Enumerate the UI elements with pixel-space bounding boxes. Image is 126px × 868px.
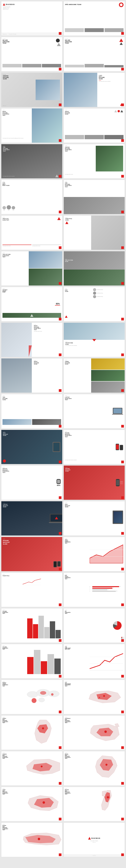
slide-title: RIGHTPICTURESLIDE WITHTEXT xyxy=(34,325,61,330)
slide-label: SLIDE xyxy=(2,574,61,575)
svg-point-14 xyxy=(32,698,36,703)
slide-title: PIESLIDE WITHTEXT xyxy=(65,611,124,614)
svg-point-43 xyxy=(38,838,40,840)
slides-grid: BAKWAN The Best PresentationTemplate For… xyxy=(0,0,126,858)
slide-two-pic: SLIDE TWO PICTURESLIDE xyxy=(64,251,125,286)
slide-title: TWO PICTURESLIDE xyxy=(65,259,73,262)
slide-britain-map: SLIDE BRITAINMAPDIAGRAMSLIDE WITHTEXT xyxy=(64,787,125,822)
slide-right-pic-text2: SLIDE RIGHTPICTURESLIDE WITHTEXT Lorem i… xyxy=(1,322,62,357)
svg-point-36 xyxy=(43,801,45,804)
svg-point-15 xyxy=(40,691,46,695)
slide-title: TWO FLAGSLIDE TEXT xyxy=(2,218,61,221)
slide-title: RIGHTPICTURESLIDE xyxy=(34,361,61,365)
back-cover-tagline: Presentation Template xyxy=(90,840,98,841)
slide-title: OUR BESTDEVICESLIDE xyxy=(2,289,61,293)
slide-canada-map: SLIDE CANADAMAPDIAGRAMSLIDE WITHTEXT xyxy=(1,751,62,786)
slide-one-line-chart: SLIDE ONELINE CHARTWITH TEXT xyxy=(64,644,125,679)
slide-title: IPADMOCKUPSLIDE xyxy=(3,432,8,436)
slide-label: SLIDE xyxy=(2,467,61,468)
slide-title: TWOPICTURESLIDE xyxy=(2,397,61,401)
slide-australia-map: SLIDE AUSTRALIAMAPDIAGRAMSLIDE WITHTEXT xyxy=(64,715,125,750)
slide-three-pic: SLIDE THREEPICTURESLIDE xyxy=(64,358,125,393)
slide-label: SLIDE xyxy=(2,395,61,396)
slide-label: SLIDE xyxy=(2,217,61,218)
slide-title: YOUR TITLE xyxy=(2,575,61,577)
slide-left-picture: SLIDE LEFTPICTURESLIDE Lorem ipsum dolor… xyxy=(64,72,125,107)
slide-we-are-awesome-1: SLIDE WE AREAWESOMETEAM xyxy=(1,37,62,71)
slide-title: ONEPICTURESLIDE WITHTEXT xyxy=(65,182,124,187)
slide-back-cover: BAKWAN Presentation Template bakwan.com … xyxy=(64,823,125,857)
slide-title: SKETCHMOCKUPSLIDE WITHTEXT xyxy=(2,468,61,473)
back-cover-title: BAKWAN xyxy=(91,837,100,839)
slide-we-are-awesome-2: SLIDE WE AREAWESOMETEAM xyxy=(64,37,125,71)
slide-laptop-text: SLIDE LAPTOPSLIDE WITHTEXT xyxy=(64,394,125,429)
slide-label: SLIDE xyxy=(65,431,124,432)
slide-awesome-team: SLIDE ARE AWESOME TEAM xyxy=(64,1,125,36)
slide-best-device: SLIDE OUR BESTDEVICESLIDE 85% xyxy=(1,287,62,321)
svg-point-12 xyxy=(48,691,59,697)
slide-title: CENTERPICTURESLIDE xyxy=(3,75,9,80)
slide-africa-map: SLIDE AFRICAMAPDIAGRAMSLIDE WITHTEXT xyxy=(1,715,62,750)
slide-pie-chart: SLIDE PIESLIDE WITHTEXT 65% 15% 20% xyxy=(64,608,125,643)
slide-label: SLIDE xyxy=(65,181,124,182)
slide-iphone-mockup-text: SLIDE IPHONEMOCKUPSLIDE WITHTEXT Lorem i… xyxy=(64,430,125,464)
svg-point-30 xyxy=(41,766,43,767)
svg-marker-40 xyxy=(102,790,106,796)
slide-one-pic-center: SLIDE ONEPICTURESLIDE WITHTEXT xyxy=(64,180,125,214)
slide-one-pic-text: SLIDE ONEPICTURESLIDE WITHTEXT Lorem ips… xyxy=(1,144,62,179)
slide-iphone-big: SLIDE IPHONEMOCKUPSLIDE xyxy=(1,537,62,571)
slide-label: SLIDE xyxy=(65,38,124,39)
slide-team-title: SLIDE TEAM TITLESLIDE xyxy=(64,215,125,250)
svg-point-33 xyxy=(106,764,108,766)
slide-label: SLIDE xyxy=(2,288,61,289)
slide-title: OURBESTBODY TEAM xyxy=(2,182,61,186)
slide-title: ARE AWESOME TEAM xyxy=(65,4,124,6)
svg-point-39 xyxy=(107,796,109,798)
slide-ipad-mockup: SLIDE IPADMOCKUPSLIDE xyxy=(1,430,62,464)
svg-point-19 xyxy=(103,695,105,697)
slide-title: LEFTPICTURESLIDE xyxy=(99,75,123,80)
slide-two-pic3: SLIDE TWOPICTURESLIDE xyxy=(1,394,62,429)
slide-russia-map: SLIDE RUSSIAMAPDIAGRAMSLIDE WITHTEXT xyxy=(1,823,62,857)
slide-top-picture: SLIDE TOP PICTURESLIDE Lorem ipsum dolor… xyxy=(64,322,125,357)
svg-point-23 xyxy=(42,727,44,729)
slide-title: IPHONEMOCKUPSLIDE WITHTEXT xyxy=(65,432,124,437)
slide-label: SLIDE xyxy=(2,181,61,182)
slide-column2: SLIDE COLUMNSLIDE WITHTEXT xyxy=(1,644,62,679)
slide-right-pic-text: SLIDE RIGHTPICTURESLIDE WITHTEXT Lorem i… xyxy=(1,108,62,143)
slide-iphone-mockup2: SLIDE IPHONEMOCKUPSLIDE Feature 1 Featur… xyxy=(64,465,125,500)
slide-two-pic-text: SLIDE TWO PICTURESLIDE WITHTEXT xyxy=(1,251,62,286)
slide-ipad-mockup2: SLIDE IPADMOCKUPSLIDE xyxy=(64,501,125,536)
slide-your-title: SLIDE YOUR TITLE xyxy=(1,572,62,607)
slide-center-picture: SLIDE CENTERPICTURESLIDE bakwan.com xyxy=(1,72,62,107)
slide-title: LAPTOPSLIDE WITHTEXT xyxy=(65,397,124,401)
slide-title: WE AREAWESOMETEAM xyxy=(65,39,124,44)
svg-point-20 xyxy=(99,697,100,698)
slide-china-map: SLIDE CHINAMAPDIAGRAMSLIDE WITHTEXT xyxy=(1,787,62,822)
cover-tagline: The Best PresentationTemplate For YourBu… xyxy=(3,6,61,10)
slide-bar-chart: SLIDE BARCHARTSLIDE WITHTEXT A 80% B 60%… xyxy=(64,572,125,607)
svg-point-10 xyxy=(27,691,38,698)
slide-title: IPHONEMOCKUPSLIDE xyxy=(3,540,61,545)
svg-point-16 xyxy=(51,693,54,696)
slide-laptop-mockup: SLIDE LAPTOPMOCKUPSLIDE xyxy=(1,501,62,536)
slide-about-picture: SLIDE ABOUTPICTURESLIDE xyxy=(64,108,125,143)
slide-label: SLIDE xyxy=(65,2,124,3)
slide-label: SLIDE xyxy=(65,610,124,611)
slide-label: SLIDE xyxy=(3,538,61,539)
slide-title: WE AREAWESOMETEAM xyxy=(2,39,61,44)
slide-world-map: SLIDE WORLDGRAPHSLIDE WITHTEXT xyxy=(1,680,62,714)
slide-usa-map: SLIDE USAINSTAGRAMSLIDE WITHTEXT xyxy=(64,680,125,714)
logo-text: BAKWAN xyxy=(6,3,15,5)
slide-title: TOP PICTURESLIDE xyxy=(65,342,123,345)
slide-area-chart: SLIDE AREACHARTSLIDE WITHTEXT xyxy=(64,537,125,571)
slide-our-best-team: SLIDE OURBESTBODY TEAM Name Name Name xyxy=(1,180,62,214)
slide-our-team: SLIDE OURTEAM Team Member Name Team Memb… xyxy=(64,287,125,321)
slide-title: ONEPICTURESLIDE WITHTEXT xyxy=(3,147,9,152)
slide-brazil-map: SLIDE BRAZILMAPDIAGRAMSLIDE WITHTEXT xyxy=(64,751,125,786)
slide-center-text: SLIDE CENTERPICTURESLIDE WITHTEXT Lorem … xyxy=(64,144,125,179)
slide-right-picture: ●●● SLIDE RIGHTPICTURESLIDE xyxy=(1,358,62,393)
svg-marker-0 xyxy=(90,545,123,563)
slide-two-flag: SLIDE TWO FLAGSLIDE TEXT 01 Lorem ipsum … xyxy=(1,215,62,250)
cover-footer: bakwan.com xyxy=(2,34,7,35)
